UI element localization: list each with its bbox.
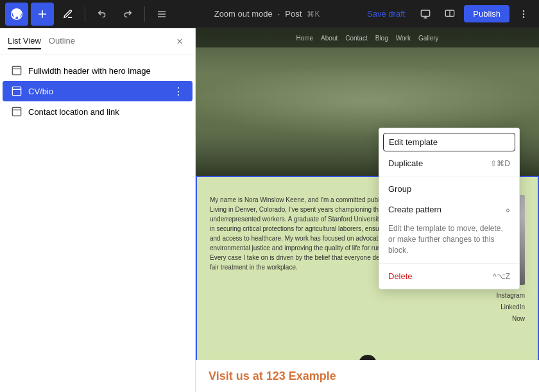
svg-rect-13 <box>12 87 21 95</box>
sidebar-list: Fullwidth header with hero image CV/bio … <box>0 55 195 127</box>
svg-point-8 <box>523 10 524 11</box>
menu-divider-2 <box>379 263 519 264</box>
sidebar-item-cvbio[interactable]: CV/bio ⋮ <box>3 81 193 101</box>
sidebar-item-fullwidth[interactable]: Fullwidth header with hero image <box>3 60 193 81</box>
template-icon-selected <box>10 85 23 98</box>
nav-gallery[interactable]: Gallery <box>418 35 439 42</box>
svg-rect-3 <box>422 10 430 16</box>
svg-rect-11 <box>12 66 21 74</box>
create-pattern-label: Create pattern <box>388 205 441 214</box>
publish-button[interactable]: Publish <box>464 5 509 22</box>
menu-description: Edit the template to move, delete, or ma… <box>379 219 519 260</box>
nav-work[interactable]: Work <box>396 35 411 42</box>
duplicate-shortcut: ⇧⌘D <box>490 159 510 168</box>
delete-shortcut: ^⌥Z <box>493 272 510 281</box>
menu-item-edit-template[interactable]: Edit template <box>383 133 515 151</box>
undo-button[interactable] <box>90 3 114 26</box>
main-layout: List View Outline × Fullwidth header wit… <box>0 28 539 392</box>
svg-point-10 <box>523 17 524 17</box>
menu-divider-1 <box>379 176 519 176</box>
list-view-button[interactable] <box>150 3 173 26</box>
sidebar-item-cv-label: CV/bio <box>28 87 167 96</box>
tab-list-view[interactable]: List View <box>8 33 41 49</box>
delete-label: Delete <box>388 271 413 281</box>
toolbar-center: Zoom out mode · Post ⌘K <box>176 9 358 19</box>
diamond-icon: ⬦ <box>505 204 510 214</box>
separator-dot: · <box>278 9 280 19</box>
sidebar-close-button[interactable]: × <box>172 34 187 49</box>
redo-button[interactable] <box>116 3 139 26</box>
social-links: Instagram LinkedIn Now <box>497 290 525 325</box>
split-view-button[interactable] <box>440 4 460 24</box>
context-menu: Edit template Duplicate ⇧⌘D Group Create… <box>379 128 520 289</box>
template-icon-contact <box>10 105 23 118</box>
more-options-button[interactable] <box>513 4 534 24</box>
now-link[interactable]: Now <box>497 313 525 325</box>
toolbar-right: Save draft Publish <box>361 4 534 24</box>
visit-section: Visit us at 123 Example <box>196 360 539 392</box>
sidebar-item-contact-label: Contact location and link <box>28 107 185 117</box>
sidebar-item-more-button[interactable]: ⋮ <box>172 85 185 98</box>
wordpress-logo[interactable] <box>5 3 28 26</box>
instagram-link[interactable]: Instagram <box>497 290 525 302</box>
sidebar-item-contact[interactable]: Contact location and link <box>3 101 193 122</box>
duplicate-label: Duplicate <box>388 158 423 168</box>
svg-rect-15 <box>12 107 21 115</box>
template-icon <box>10 64 23 77</box>
tab-outline[interactable]: Outline <box>49 33 75 49</box>
menu-item-duplicate[interactable]: Duplicate ⇧⌘D <box>379 153 519 173</box>
sidebar-item-label: Fullwidth header with hero image <box>28 66 185 76</box>
svg-point-9 <box>523 13 524 14</box>
desktop-view-button[interactable] <box>415 4 436 24</box>
visit-title: Visit us at 123 Example <box>209 370 336 383</box>
header-navigation: Home About Contact Blog Work Gallery <box>196 28 539 47</box>
menu-item-delete[interactable]: Delete ^⌥Z <box>379 266 519 286</box>
group-label: Group <box>388 184 411 194</box>
separator-2 <box>144 6 145 22</box>
nav-about[interactable]: About <box>321 35 338 42</box>
toolbar: Zoom out mode · Post ⌘K Save draft Publi… <box>0 0 539 28</box>
post-label: Post <box>285 9 302 19</box>
canvas-area: Home About Contact Blog Work Gallery y, … <box>196 28 539 392</box>
menu-item-create-pattern[interactable]: Create pattern ⬦ <box>379 199 519 219</box>
add-block-button[interactable] <box>31 3 54 26</box>
sidebar: List View Outline × Fullwidth header wit… <box>0 28 196 392</box>
nav-blog[interactable]: Blog <box>375 35 388 42</box>
nav-home[interactable]: Home <box>296 35 313 42</box>
save-draft-button[interactable]: Save draft <box>361 5 411 22</box>
menu-item-group[interactable]: Group <box>379 179 519 199</box>
zoom-mode-label: Zoom out mode <box>214 9 273 19</box>
post-shortcut: ⌘K <box>307 10 320 19</box>
nav-contact[interactable]: Contact <box>345 35 367 42</box>
separator <box>85 6 85 22</box>
edit-template-label: Edit template <box>389 137 438 147</box>
tools-button[interactable] <box>56 3 80 26</box>
linkedin-link[interactable]: LinkedIn <box>497 302 525 313</box>
sidebar-header: List View Outline × <box>0 28 195 55</box>
